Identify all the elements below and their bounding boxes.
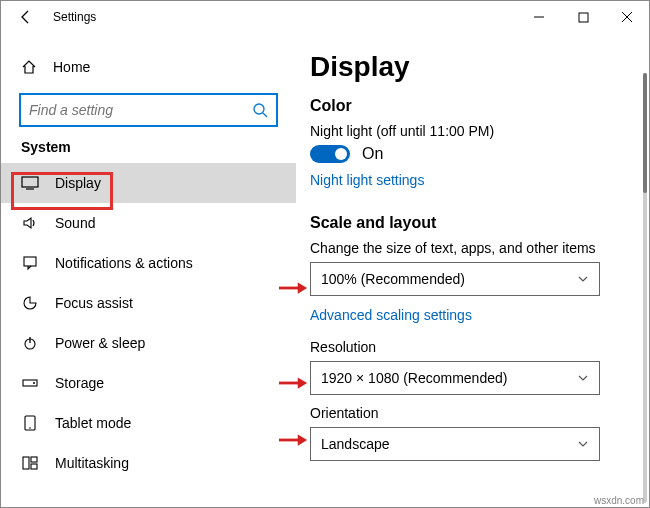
storage-icon [21,374,39,392]
sidebar-item-display[interactable]: Display [1,163,296,203]
chevron-down-icon [577,372,589,384]
sidebar-item-label: Power & sleep [55,335,145,351]
sidebar-item-storage[interactable]: Storage [1,363,296,403]
search-wrap [1,85,296,137]
sidebar-item-label: Multitasking [55,455,129,471]
section-color: Color [310,97,635,115]
close-button[interactable] [605,1,649,33]
sidebar-item-label: Tablet mode [55,415,131,431]
window-controls [517,1,649,33]
page-title: Display [310,51,635,83]
night-light-settings-link[interactable]: Night light settings [310,172,424,188]
multitasking-icon [21,454,39,472]
sidebar-item-tablet-mode[interactable]: Tablet mode [1,403,296,443]
sidebar: Home System Display [1,33,296,507]
night-light-toggle-row: On [310,145,635,163]
svg-rect-0 [579,13,588,22]
window-title: Settings [53,10,96,24]
sidebar-item-label: Storage [55,375,104,391]
night-light-toggle[interactable] [310,145,350,163]
chevron-down-icon [577,273,589,285]
focus-assist-icon [21,294,39,312]
display-icon [21,174,39,192]
resolution-value: 1920 × 1080 (Recommended) [321,370,507,386]
back-button[interactable] [15,6,37,28]
night-light-label: Night light (off until 11:00 PM) [310,123,635,139]
home-nav[interactable]: Home [1,49,296,85]
sidebar-item-multitasking[interactable]: Multitasking [1,443,296,483]
search-box[interactable] [19,93,278,127]
sidebar-item-power-sleep[interactable]: Power & sleep [1,323,296,363]
maximize-button[interactable] [561,1,605,33]
content-scrollbar[interactable] [643,73,647,503]
chevron-down-icon [577,438,589,450]
svg-point-6 [33,382,35,384]
sound-icon [21,214,39,232]
content-pane: Display Color Night light (off until 11:… [296,33,649,507]
text-size-value: 100% (Recommended) [321,271,465,287]
search-icon [252,102,268,118]
orientation-label: Orientation [310,405,635,421]
sidebar-nav: Display Sound Notifications & actions [1,163,296,483]
sidebar-item-label: Display [55,175,101,191]
search-input[interactable] [29,102,252,118]
toggle-state-text: On [362,145,383,163]
section-scale: Scale and layout [310,214,635,232]
sidebar-item-sound[interactable]: Sound [1,203,296,243]
sidebar-item-label: Sound [55,215,95,231]
minimize-button[interactable] [517,1,561,33]
settings-window: Settings Home [0,0,650,508]
sidebar-item-focus-assist[interactable]: Focus assist [1,283,296,323]
resolution-label: Resolution [310,339,635,355]
titlebar: Settings [1,1,649,33]
home-label: Home [53,59,90,75]
orientation-dropdown[interactable]: Landscape [310,427,600,461]
watermark: wsxdn.com [594,495,644,506]
svg-point-1 [254,104,264,114]
orientation-value: Landscape [321,436,390,452]
sidebar-group-label: System [1,137,296,163]
resolution-dropdown[interactable]: 1920 × 1080 (Recommended) [310,361,600,395]
svg-point-8 [29,427,31,429]
window-body: Home System Display [1,33,649,507]
home-icon [21,59,37,75]
notifications-icon [21,254,39,272]
svg-rect-10 [31,457,37,462]
svg-rect-2 [22,177,38,187]
svg-rect-11 [31,464,37,469]
svg-rect-3 [24,257,36,266]
sidebar-item-label: Notifications & actions [55,255,193,271]
tablet-icon [21,414,39,432]
sidebar-item-notifications[interactable]: Notifications & actions [1,243,296,283]
power-icon [21,334,39,352]
text-size-dropdown[interactable]: 100% (Recommended) [310,262,600,296]
sidebar-item-label: Focus assist [55,295,133,311]
svg-rect-9 [23,457,29,469]
advanced-scaling-link[interactable]: Advanced scaling settings [310,307,472,323]
text-size-label: Change the size of text, apps, and other… [310,240,635,256]
